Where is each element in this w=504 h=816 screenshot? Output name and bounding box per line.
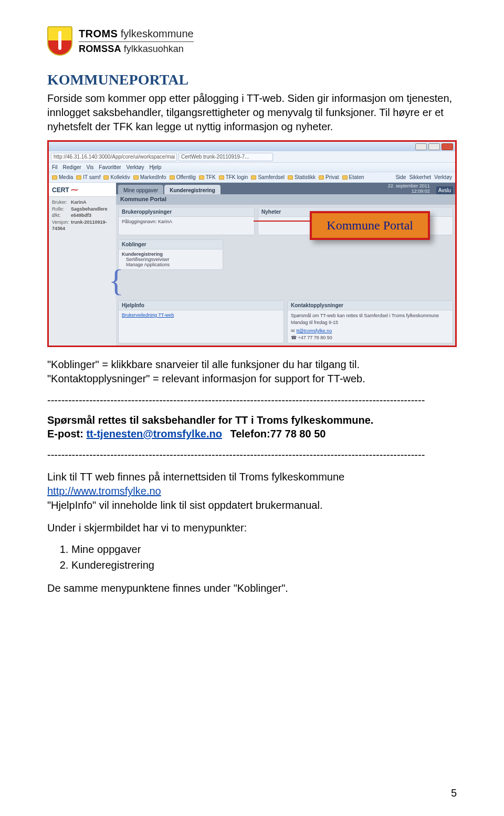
address-url[interactable]: http://46.31.16.140:3000/App/core/ui/wor… — [51, 153, 177, 161]
bookmark[interactable]: Side — [395, 174, 406, 180]
folder-icon — [199, 175, 204, 180]
ttweb-url[interactable]: http://www.tromsfylke.no — [47, 485, 161, 497]
menu-list: Mine oppgaver Kunderegistrering — [71, 541, 457, 573]
logo-line2-rest: fylkkasuohkan — [121, 44, 184, 54]
portal-header: Kommune Portal — [116, 194, 455, 205]
window-minimize-button[interactable] — [415, 143, 427, 150]
bookmark[interactable]: Etaten — [349, 174, 364, 180]
callout-kommune-portal: Kommune Portal — [310, 211, 430, 240]
menu-item[interactable]: Fil — [52, 164, 58, 170]
tab-kunderegistrering[interactable]: Kunderegistrering — [164, 185, 220, 194]
kontakt-phone: +47 77 78 80 50 — [298, 335, 332, 340]
bookmark[interactable]: Statistikk — [295, 174, 316, 180]
kontakt-hours: Mandag til fredag 9-15 — [291, 319, 449, 326]
menu-intro: Under i skjermbildet har vi to menypunkt… — [47, 521, 457, 535]
screenshot-frame: http://46.31.16.140:3000/App/core/ui/wor… — [47, 140, 457, 347]
bookmark[interactable]: Kollektiv — [110, 174, 130, 180]
folder-icon — [52, 175, 57, 180]
okt-label: Økt: — [52, 212, 71, 219]
app-tabstrip: Mine oppgaver Kunderegistrering 22. sept… — [116, 183, 455, 194]
bookmark[interactable]: TFK — [206, 174, 216, 180]
bookmark[interactable]: Media — [59, 174, 73, 180]
tab-mine-oppgaver[interactable]: Mine oppgaver — [118, 185, 163, 194]
koblinger-note: De samme menypunktene finnes under "Kobl… — [47, 581, 457, 595]
panel-hjelpinfo: HjelpInfo Brukerveiledning TT-web — [118, 300, 284, 343]
menu-item[interactable]: Rediger — [63, 164, 81, 170]
support-email-link[interactable]: tt-tjenesten@tromsfylke.no — [86, 428, 222, 440]
logo-line2-bold: ROMSSA — [79, 44, 121, 54]
support-email-label: E-post: — [47, 428, 86, 440]
folder-icon — [133, 175, 139, 180]
menu-item[interactable]: Hjelp — [149, 164, 161, 170]
bookmark[interactable]: IT samf — [83, 174, 100, 180]
desc-kontakt: "Kontaktopplysninger" = relevant informa… — [47, 372, 457, 386]
browser-tab[interactable]: CertWeb trunk-20110919-7... — [178, 153, 273, 161]
kontakt-email[interactable]: tt@tromsfylke.no — [297, 328, 332, 333]
time: 12:09:02 — [388, 189, 430, 194]
bookmark[interactable]: Offentlig — [176, 174, 196, 180]
panel-kontaktopplysninger: Kontaktopplysninger Spørsmål om TT-web k… — [287, 300, 453, 343]
koblinger-item[interactable]: Sertifiseringsveiviser — [126, 257, 219, 262]
koblinger-item[interactable]: Manage Applications — [126, 262, 219, 267]
cert-sidebar: CERT ⁓ Bruker:KarinA Rolle:Sagsbehandler… — [49, 183, 116, 346]
user-label: Bruker: — [52, 199, 71, 206]
hjelpinfo-note: "HjelpInfo" vil inneholde link til sist … — [47, 498, 457, 512]
folder-icon — [288, 175, 293, 180]
divider-dashes: ----------------------------------------… — [47, 448, 457, 462]
koblinger-subheader: Kunderegistrering — [122, 252, 219, 257]
list-item: Kunderegistrering — [71, 557, 457, 573]
menu-item[interactable]: Verktøy — [127, 164, 144, 170]
folder-icon — [319, 175, 324, 180]
bottom-text-block: Link til TT web finnes på internettsiden… — [47, 470, 457, 512]
window-maximize-button[interactable] — [428, 143, 440, 150]
bookmark[interactable]: Sikkerhet — [409, 174, 431, 180]
ver-label: Versjon: — [52, 219, 71, 226]
address-bar: http://46.31.16.140:3000/App/core/ui/wor… — [49, 151, 455, 163]
window-titlebar — [49, 142, 455, 151]
page-number: 5 — [451, 787, 457, 799]
brukeropp-content: Påloggingsnavn: KarinA — [119, 217, 254, 235]
menu-item[interactable]: Favoritter — [99, 164, 121, 170]
ttweb-link-intro: Link til TT web finnes på internettsiden… — [47, 470, 457, 484]
intro-paragraph: Forside som kommer opp etter pålogging i… — [47, 91, 457, 134]
shield-icon — [47, 26, 72, 56]
bookmark[interactable]: Samferdsel — [258, 174, 285, 180]
support-phone-label: Telefon: — [230, 428, 270, 440]
folder-icon — [251, 175, 256, 180]
menu-item[interactable]: Vis — [87, 164, 94, 170]
logo-line1-bold: TROMS — [79, 28, 118, 39]
app-main-area: Mine oppgaver Kunderegistrering 22. sept… — [116, 183, 455, 346]
support-block: Spørsmål rettes til saksbehandler for TT… — [47, 413, 457, 441]
bookmark[interactable]: TFK login — [226, 174, 248, 180]
folder-icon — [170, 175, 175, 180]
role-label: Rolle: — [52, 206, 71, 213]
bookmark[interactable]: MarkedInfo — [140, 174, 166, 180]
list-item: Mine oppgaver — [71, 541, 457, 557]
bookmark[interactable]: Verktøy — [434, 174, 452, 180]
folder-icon — [219, 175, 224, 180]
folder-icon — [103, 175, 109, 180]
embedded-app-window: http://46.31.16.140:3000/App/core/ui/wor… — [49, 142, 455, 346]
window-close-button[interactable] — [442, 143, 453, 150]
panel-brukeropplysninger: Brukeropplysninger Påloggingsnavn: Karin… — [118, 207, 255, 235]
kontakt-text: Spørsmål om TT-web kan rettes til Samfer… — [291, 312, 449, 319]
divider-dashes: ----------------------------------------… — [47, 393, 457, 407]
panel-koblinger: Koblinger Kunderegistrering Sertifiserin… — [118, 239, 223, 270]
org-name-block: TROMS fylkeskommune ROMSSA fylkkasuohkan — [79, 28, 194, 55]
brace-annotation-icon: { — [109, 265, 117, 296]
cert-logo: CERT ⁓ — [49, 183, 116, 197]
role-value: Sagsbehandlere — [71, 206, 108, 212]
support-line1: Spørsmål rettes til saksbehandler for TT… — [47, 414, 373, 426]
okt-value: e549bdf3 — [71, 213, 91, 218]
user-value: KarinA — [71, 200, 87, 205]
hjelp-link[interactable]: Brukerveiledning TT-web — [122, 312, 174, 318]
desc-koblinger: "Koblinger" = klikkbare snarveier til al… — [47, 358, 457, 372]
page-title: KOMMUNEPORTAL — [47, 71, 457, 88]
bookmark[interactable]: Privat — [326, 174, 339, 180]
folder-icon — [342, 175, 348, 180]
org-logo-header: TROMS fylkeskommune ROMSSA fylkkasuohkan — [47, 26, 457, 56]
bookmarks-bar: Media IT samf Kollektiv MarkedInfo Offen… — [49, 172, 455, 183]
logo-line1-rest: fylkeskommune — [118, 28, 194, 39]
avslutt-link[interactable]: Avslu — [436, 186, 453, 194]
folder-icon — [76, 175, 81, 180]
